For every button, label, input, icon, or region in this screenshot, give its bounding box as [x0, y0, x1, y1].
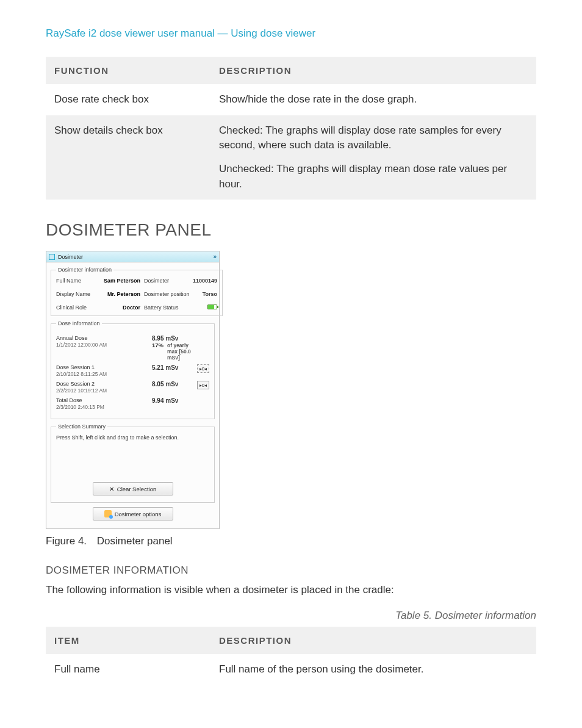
annual-dose-percent: 17%	[152, 342, 163, 348]
table-5-caption: Table 5. Dosimeter information	[46, 610, 536, 622]
group-label: Dosimeter information	[56, 267, 113, 273]
intro-paragraph: The following information is visible whe…	[46, 584, 536, 596]
dosimeter-panel: Dosimeter » Dosimeter information Full N…	[46, 251, 220, 529]
annual-dose-percent-note: of yearly max [50.0 mSv]	[167, 342, 195, 361]
table-cell: Show/hide the dose rate in the dose grap…	[210, 84, 536, 115]
selection-instruction: Press Shift, left click and drag to make…	[56, 434, 209, 441]
th-function: FUNCTION	[46, 57, 210, 84]
total-dose-label: Total Dose	[56, 397, 152, 403]
th-description: DESCRIPTION	[210, 627, 536, 654]
close-icon: ✕	[109, 486, 114, 492]
battery-icon	[207, 305, 217, 309]
dosimeter-options-label: Dosimeter options	[115, 511, 162, 517]
dose-session-1-timestamp: 2/10/2012 8:11:25 AM	[56, 371, 152, 377]
th-item: ITEM	[46, 627, 210, 654]
panel-title: Dosimeter	[58, 254, 213, 260]
reset-session-2-button[interactable]: ▸0◂	[197, 381, 209, 389]
functions-table: FUNCTION DESCRIPTION Dose rate check box…	[46, 57, 536, 200]
table-cell: Full name of the person using the dosime…	[210, 654, 536, 685]
table-cell: Show details check box	[46, 115, 210, 200]
dosimeter-position-label: Dosimeter position	[144, 291, 192, 297]
group-dosimeter-information: Dosimeter information Full Name Sam Pete…	[51, 267, 223, 316]
section-heading: DOSIMETER PANEL	[46, 220, 536, 240]
annual-dose-timestamp: 1/1/2012 12:00:00 AM	[56, 342, 152, 348]
dosimeter-label: Dosimeter	[144, 278, 192, 284]
figure-title: Dosimeter panel	[97, 535, 173, 547]
breadcrumb: RaySafe i2 dose viewer user manual — Usi…	[46, 27, 536, 40]
full-name-value: Sam Peterson	[97, 278, 143, 284]
annual-dose-label: Annual Dose	[56, 335, 152, 341]
table-cell: Dose rate check box	[46, 84, 210, 115]
clinical-role-value: Doctor	[97, 305, 143, 311]
dose-session-2-timestamp: 2/2/2012 10:19:12 AM	[56, 387, 152, 394]
dose-session-2-value: 8.05 mSv	[152, 381, 195, 387]
dose-session-1-value: 5.21 mSv	[152, 364, 195, 371]
display-name-label: Display Name	[56, 291, 96, 297]
total-dose-timestamp: 2/3/2010 2:40:13 PM	[56, 404, 152, 410]
figure-caption: Figure 4. Dosimeter panel	[46, 535, 536, 547]
group-label: Selection Summary	[56, 423, 107, 430]
panel-titlebar: Dosimeter »	[46, 251, 219, 262]
dosimeter-position-value: Torso	[193, 291, 217, 297]
group-dose-information: Dose Information Annual Dose 1/1/2012 12…	[51, 320, 215, 419]
group-selection-summary: Selection Summary Press Shift, left clic…	[51, 423, 215, 503]
clear-selection-button[interactable]: ✕ Clear Selection	[93, 482, 173, 496]
clear-selection-label: Clear Selection	[117, 486, 156, 492]
options-icon	[104, 510, 112, 517]
battery-status-value	[193, 305, 217, 311]
table-cell-p1: Checked: The graphs will display dose ra…	[219, 123, 528, 153]
th-description: DESCRIPTION	[210, 57, 536, 84]
figure-number: Figure 4.	[46, 535, 87, 547]
dose-session-1-label: Dose Session 1	[56, 364, 152, 370]
table-cell: Full name	[46, 654, 210, 685]
full-name-label: Full Name	[56, 278, 96, 284]
dose-session-2-label: Dose Session 2	[56, 381, 152, 387]
reset-session-1-button[interactable]: ▸0◂	[197, 364, 209, 373]
subheading: DOSIMETER INFORMATION	[46, 564, 536, 577]
app-icon	[49, 254, 55, 260]
battery-status-label: Battery Status	[144, 305, 192, 311]
collapse-icon[interactable]: »	[213, 253, 217, 260]
clinical-role-label: Clinical Role	[56, 305, 96, 311]
annual-dose-value: 8.95 mSv	[152, 335, 195, 342]
display-name-value: Mr. Peterson	[97, 291, 143, 297]
dosimeter-value: 11000149	[193, 278, 217, 284]
items-table: ITEM DESCRIPTION Full name Full name of …	[46, 627, 536, 685]
table-cell: Checked: The graphs will display dose ra…	[210, 115, 536, 200]
dosimeter-options-button[interactable]: Dosimeter options	[93, 507, 173, 521]
total-dose-value: 9.94 mSv	[152, 397, 195, 404]
group-label: Dose Information	[56, 320, 102, 326]
table-cell-p2: Unchecked: The graphs will display mean …	[219, 162, 528, 192]
